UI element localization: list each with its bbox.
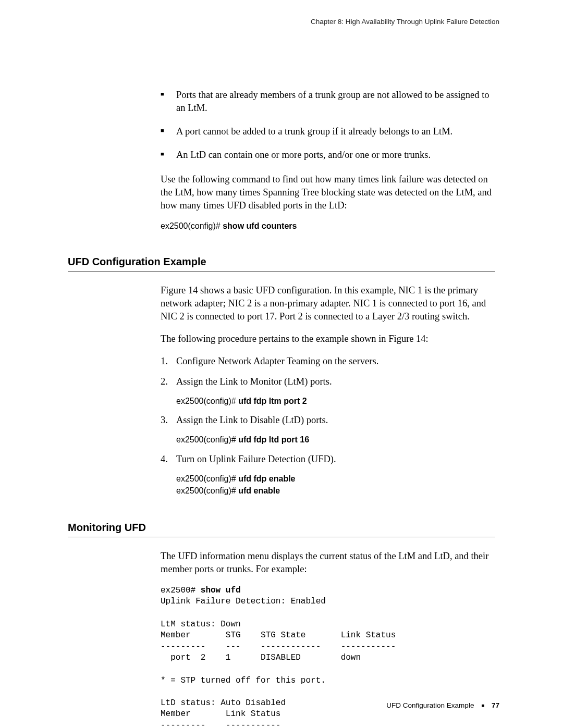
step-item: Assign the Link to Monitor (LtM) ports. … [161,375,498,407]
step-text: Assign the Link to Monitor (LtM) ports. [176,376,332,387]
command-line: ex2500(config)# ufd fdp enable [176,473,498,485]
bullet-item: An LtD can contain one or more ports, an… [161,149,498,162]
command-prompt: ex2500(config)# [176,397,238,405]
step-text: Turn on Uplink Failure Detection (UFD). [176,454,336,464]
command-line: ex2500(config)# ufd fdp ltm port 2 [176,396,498,407]
intro-paragraph: Use the following command to find out ho… [161,173,498,212]
step-item: Assign the Link to Disable (LtD) ports. … [161,414,498,446]
cli-command: show ufd [201,586,241,595]
steps-list: Configure Network Adapter Teaming on the… [161,355,498,497]
command-line: ex2500(config)# show ufd counters [161,221,498,231]
command-bold: ufd fdp ltm port 2 [238,397,307,405]
command-prompt: ex2500(config)# [161,221,223,230]
footer-square-icon: ■ [481,702,484,708]
command-prompt: ex2500(config)# [176,474,238,483]
bullet-item: Ports that are already members of a trun… [161,89,498,115]
intro-bullet-list: Ports that are already members of a trun… [161,89,498,162]
command-bold: ufd fdp enable [238,474,295,483]
bullet-item: A port cannot be added to a trunk group … [161,125,498,138]
page: Chapter 8: High Availability Through Upl… [0,0,563,728]
section2-para: The UFD information menu displays the cu… [161,550,498,576]
section1-body: Figure 14 shows a basic UFD configuratio… [161,284,498,497]
section-heading-ufd-config: UFD Configuration Example [68,256,495,272]
step-item: Turn on Uplink Failure Detection (UFD). … [161,453,498,497]
page-footer: UFD Configuration Example ■ 77 [386,701,499,709]
section-heading-monitoring: Monitoring UFD [68,522,495,537]
step-item: Configure Network Adapter Teaming on the… [161,355,498,368]
content-area: Ports that are already members of a trun… [68,89,498,728]
footer-label: UFD Configuration Example [386,701,474,709]
step-text: Assign the Link to Disable (LtD) ports. [176,415,328,425]
chapter-header: Chapter 8: High Availability Through Upl… [311,18,499,26]
command-bold: show ufd counters [223,221,297,230]
command-line: ex2500(config)# ufd fdp ltd port 16 [176,434,498,446]
intro-block: Ports that are already members of a trun… [161,89,498,231]
cli-prompt: ex2500# [161,586,201,595]
section1-para2: The following procedure pertains to the … [161,332,498,346]
footer-page-number: 77 [492,701,499,709]
command-prompt: ex2500(config)# [176,486,238,495]
command-line: ex2500(config)# ufd enable [176,485,498,497]
section1-para1: Figure 14 shows a basic UFD configuratio… [161,284,498,323]
command-bold: ufd fdp ltd port 16 [238,435,309,444]
command-bold: ufd enable [238,486,280,495]
command-prompt: ex2500(config)# [176,435,238,444]
step-text: Configure Network Adapter Teaming on the… [176,356,378,366]
cli-body: Uplink Failure Detection: Enabled LtM st… [161,597,396,728]
